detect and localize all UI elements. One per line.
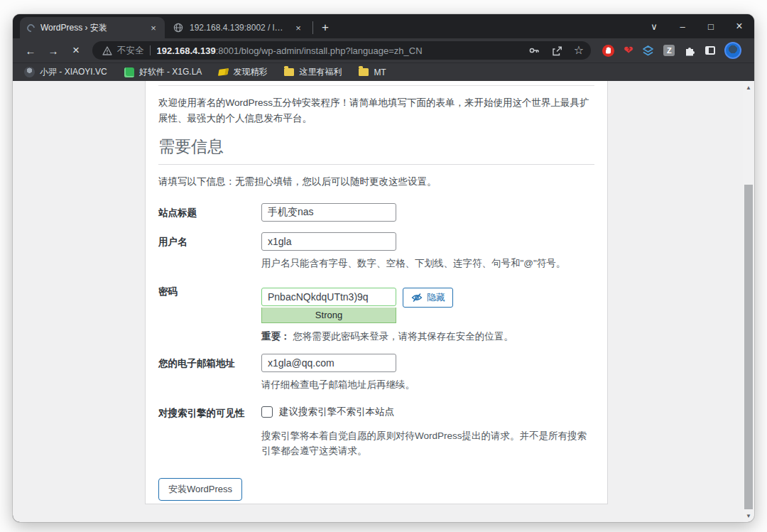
gold-ribbon-favicon: [218, 68, 229, 76]
install-form: 站点标题 用户名 用户名只能含有字母、数字、空格、下划线、连字符、句号和"@"符…: [158, 203, 594, 501]
loading-spinner-icon: [26, 22, 36, 33]
card-top-divider: [158, 85, 594, 86]
profile-avatar[interactable]: [724, 42, 741, 59]
url-text[interactable]: 192.168.4.139:8001/blog/wp-admin/install…: [157, 45, 523, 56]
username-input[interactable]: [261, 232, 396, 251]
minimize-button[interactable]: –: [678, 21, 687, 32]
scrollbar-thumb[interactable]: [744, 185, 753, 509]
section-title: 需要信息: [158, 136, 594, 165]
bookmark-star-icon[interactable]: ☆: [574, 45, 584, 56]
browser-toolbar: ← → × 不安全 192.168.4.139:8001/blog/wp-adm…: [13, 38, 754, 63]
scroll-down-arrow[interactable]: ▼: [743, 511, 754, 521]
green-app-favicon: [124, 67, 134, 77]
security-label[interactable]: 不安全: [117, 45, 144, 57]
tab-title: 192.168.4.139:8002 / localhost: [190, 23, 287, 33]
forward-button[interactable]: →: [44, 41, 62, 60]
extensions-puzzle-icon[interactable]: [684, 45, 696, 57]
yellow-folder-favicon: [284, 68, 294, 76]
omnibox-divider: [150, 45, 151, 55]
stop-button[interactable]: ×: [67, 41, 85, 60]
email-label: 您的电子邮箱地址: [158, 354, 261, 393]
site-title-input[interactable]: [261, 203, 396, 222]
bookmark-discover[interactable]: 发现精彩: [219, 66, 267, 78]
bookmark-benefits-folder[interactable]: 这里有福利: [284, 66, 342, 78]
eye-slash-icon: [410, 291, 423, 303]
username-row: 用户名 用户名只能含有字母、数字、空格、下划线、连字符、句号和"@"符号。: [158, 232, 594, 271]
intro-text: 请填写以下信息：无需担心填错，您以后可以随时更改这些设置。: [158, 175, 594, 188]
maximize-button[interactable]: □: [706, 21, 716, 32]
page-viewport: 欢迎使用著名的WordPress五分钟安装程序！请简单地填写下面的表单，来开始使…: [13, 81, 754, 522]
email-row: 您的电子邮箱地址 请仔细检查电子邮箱地址后再继续。: [158, 354, 594, 393]
bookmark-x1gla[interactable]: 好软件 - X1G.LA: [124, 66, 202, 78]
bookmark-mt-folder[interactable]: MT: [359, 67, 386, 77]
visibility-label: 对搜索引擎的可见性: [158, 403, 261, 459]
password-label: 密码: [158, 282, 261, 343]
search-visibility-row: 对搜索引擎的可见性 建议搜索引擎不索引本站点 搜索引擎将本着自觉自愿的原则对待W…: [158, 403, 594, 459]
omnibox-actions: ☆: [528, 45, 584, 57]
adblock-hand-icon[interactable]: [602, 45, 614, 57]
close-window-button[interactable]: ×: [734, 20, 744, 33]
page-scrollbar[interactable]: ▲ ▼: [743, 81, 754, 522]
avatar-favicon: [24, 67, 35, 77]
chevron-down-icon[interactable]: ∨: [649, 21, 659, 32]
tab-title: WordPress › 安装: [40, 22, 142, 34]
welcome-text: 欢迎使用著名的WordPress五分钟安装程序！请简单地填写下面的表单，来开始使…: [158, 95, 594, 126]
yellow-folder-favicon: [359, 68, 369, 76]
bookmark-xiaoyi[interactable]: 小羿 - XIAOYI.VC: [24, 66, 107, 78]
tab-close-icon[interactable]: ×: [293, 22, 304, 33]
wordpress-install-card: 欢迎使用著名的WordPress五分钟安装程序！请简单地填写下面的表单，来开始使…: [145, 81, 608, 504]
visibility-help: 搜索引擎将本着自觉自愿的原则对待WordPress提出的请求。并不是所有搜索引擎…: [261, 428, 594, 459]
back-button[interactable]: ←: [21, 41, 40, 60]
heart-extension-icon[interactable]: ❤?: [624, 45, 633, 56]
discourage-indexing-checkbox[interactable]: [261, 406, 273, 418]
tab-strip: WordPress › 安装 × 192.168.4.139:8002 / lo…: [13, 14, 754, 38]
hide-password-button[interactable]: 隐藏: [403, 288, 453, 308]
tab-separator: [312, 21, 313, 34]
side-panel-icon[interactable]: [705, 46, 715, 55]
window-controls: ∨ – □ ×: [649, 14, 744, 38]
password-key-icon[interactable]: [528, 45, 540, 57]
password-input[interactable]: [261, 288, 396, 306]
browser-window: WordPress › 安装 × 192.168.4.139:8002 / lo…: [13, 14, 754, 522]
password-strength-meter: Strong: [261, 308, 396, 323]
hide-button-label: 隐藏: [427, 291, 445, 304]
username-help: 用户名只能含有字母、数字、空格、下划线、连字符、句号和"@"符号。: [261, 256, 594, 271]
address-bar[interactable]: 不安全 192.168.4.139:8001/blog/wp-admin/ins…: [92, 41, 591, 60]
checkbox-label: 建议搜索引擎不索引本站点: [279, 406, 394, 418]
tab-wordpress-install[interactable]: WordPress › 安装 ×: [20, 17, 165, 38]
submit-row: 安装WordPress: [158, 478, 594, 501]
tab-localhost[interactable]: 192.168.4.139:8002 / localhost ×: [165, 17, 310, 38]
password-row: 密码 隐藏 Strong 重要： 您将需要此密码来: [158, 282, 594, 343]
warning-icon: [101, 45, 113, 57]
globe-icon: [172, 22, 184, 34]
scroll-up-arrow[interactable]: ▲: [743, 82, 754, 92]
new-tab-button[interactable]: +: [316, 18, 334, 37]
extension-icons: ❤? Z ⋮: [602, 42, 754, 59]
site-title-label: 站点标题: [158, 203, 261, 222]
email-help: 请仔细检查电子邮箱地址后再继续。: [261, 378, 594, 393]
username-label: 用户名: [158, 232, 261, 271]
share-icon[interactable]: [551, 45, 563, 57]
url-host: 192.168.4.139: [157, 45, 216, 56]
bookmarks-bar: 小羿 - XIAOYI.VC 好软件 - X1G.LA 发现精彩 这里有福利 M…: [13, 63, 754, 81]
tab-close-icon[interactable]: ×: [148, 22, 159, 33]
site-title-row: 站点标题: [158, 203, 594, 222]
layers-extension-icon[interactable]: [642, 45, 654, 57]
password-important-note: 重要： 您将需要此密码来登录，请将其保存在安全的位置。: [261, 330, 594, 343]
important-prefix: 重要：: [261, 331, 290, 342]
email-input[interactable]: [261, 354, 396, 372]
url-path: :8001/blog/wp-admin/install.php?language…: [216, 45, 423, 56]
z-editor-extension-icon[interactable]: Z: [663, 45, 675, 56]
install-wordpress-button[interactable]: 安装WordPress: [158, 478, 242, 501]
browser-menu-icon[interactable]: ⋮: [751, 44, 754, 57]
